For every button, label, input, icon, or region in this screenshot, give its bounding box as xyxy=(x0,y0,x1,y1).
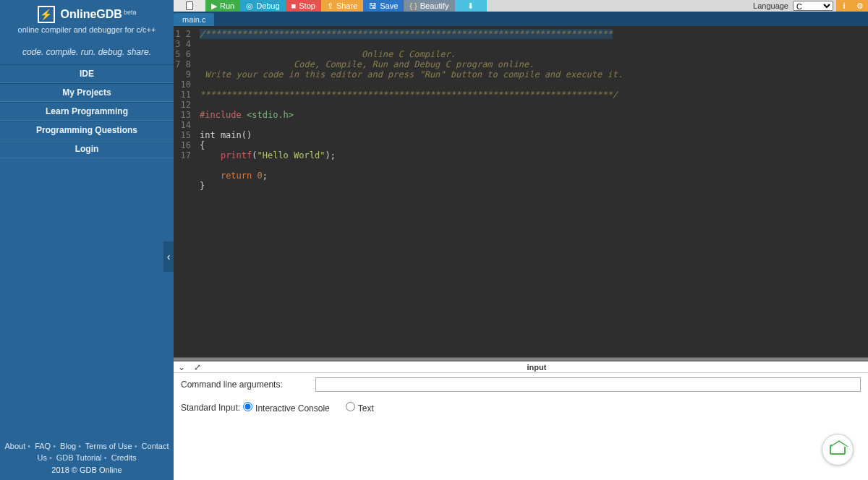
nav-my-projects[interactable]: My Projects xyxy=(0,83,174,102)
chevron-left-icon: ‹ xyxy=(167,251,171,262)
language-label: Language xyxy=(753,1,788,10)
stdin-text-radio[interactable] xyxy=(346,402,355,411)
footer-about[interactable]: About xyxy=(5,442,26,450)
app-title: OnlineGDBbeta xyxy=(61,8,137,21)
code-editor[interactable]: 1 2 3 4 5 6 7 8 9 10 11 12 13 14 15 16 1… xyxy=(174,26,868,357)
panel-title: input xyxy=(210,363,864,372)
envelope-icon xyxy=(830,445,846,455)
io-panel: ⌄ ⤢ input Command line arguments: Standa… xyxy=(174,361,868,480)
code-area[interactable]: /***************************************… xyxy=(195,26,868,357)
logo-block: ⚡ OnlineGDBbeta online compiler and debu… xyxy=(0,0,174,37)
share-button[interactable]: ⇪Share xyxy=(321,0,363,12)
sidebar: ⚡ OnlineGDBbeta online compiler and debu… xyxy=(0,0,174,480)
file-icon xyxy=(186,1,193,10)
braces-icon: { } xyxy=(409,0,417,12)
stop-icon: ■ xyxy=(292,0,297,12)
save-button[interactable]: 🖫Save xyxy=(363,0,404,12)
nav-questions[interactable]: Programming Questions xyxy=(0,121,174,140)
download-button[interactable]: ⬇ xyxy=(455,0,487,12)
panel-header: ⌄ ⤢ input xyxy=(174,361,868,373)
gear-icon: ⚙ xyxy=(856,0,864,12)
copyright: 2018 © GDB Online xyxy=(3,464,171,476)
info-icon: i xyxy=(843,0,845,12)
play-icon: ▶ xyxy=(211,0,217,12)
settings-button[interactable]: ⚙ xyxy=(852,0,868,12)
cli-args-label: Command line arguments: xyxy=(181,380,315,390)
footer-blog[interactable]: Blog xyxy=(60,442,76,450)
nav-list: IDE My Projects Learn Programming Progra… xyxy=(0,64,174,158)
run-button[interactable]: ▶Run xyxy=(205,0,240,12)
debug-button[interactable]: ◎Debug xyxy=(240,0,285,12)
share-icon: ⇪ xyxy=(327,0,333,12)
info-button[interactable]: i xyxy=(836,0,852,12)
toolbar: ▶Run ◎Debug ■Stop ⇪Share 🖫Save { }Beauti… xyxy=(174,0,868,12)
expand-icon[interactable]: ⤢ xyxy=(194,362,201,372)
target-icon: ◎ xyxy=(246,0,253,12)
footer-gdb-tutorial[interactable]: GDB Tutorial xyxy=(56,453,102,462)
download-icon: ⬇ xyxy=(467,0,474,12)
footer-credits[interactable]: Credits xyxy=(111,453,137,462)
collapse-sidebar-button[interactable]: ‹ xyxy=(163,241,174,272)
footer-terms[interactable]: Terms of Use xyxy=(85,442,132,450)
nav-login[interactable]: Login xyxy=(0,140,174,158)
app-subtitle: online compiler and debugger for c/c++ xyxy=(0,25,174,34)
file-tabs: main.c xyxy=(174,12,868,26)
stop-button[interactable]: ■Stop xyxy=(286,0,321,12)
stdin-interactive-option[interactable]: Interactive Console xyxy=(243,402,330,413)
footer-faq[interactable]: FAQ xyxy=(35,442,51,450)
language-selector: Language C xyxy=(750,0,836,12)
stdin-interactive-radio[interactable] xyxy=(243,402,252,411)
beautify-button[interactable]: { }Beautify xyxy=(404,0,454,12)
cli-args-input[interactable] xyxy=(315,377,861,392)
language-select[interactable]: C xyxy=(793,1,833,11)
stdin-text-option[interactable]: Text xyxy=(346,402,374,413)
stdin-label: Standard Input: xyxy=(181,403,240,413)
footer-links: About• FAQ• Blog• Terms of Use• Contact … xyxy=(0,436,174,481)
nav-learn[interactable]: Learn Programming xyxy=(0,102,174,121)
main-area: ▶Run ◎Debug ■Stop ⇪Share 🖫Save { }Beauti… xyxy=(174,0,868,480)
bolt-icon: ⚡ xyxy=(38,6,55,23)
save-icon: 🖫 xyxy=(369,0,377,12)
chevron-down-icon[interactable]: ⌄ xyxy=(178,362,185,372)
tab-main-c[interactable]: main.c xyxy=(174,13,214,26)
tagline: code. compile. run. debug. share. xyxy=(0,47,174,57)
feedback-button[interactable] xyxy=(822,434,854,466)
nav-ide[interactable]: IDE xyxy=(0,64,174,83)
line-gutter: 1 2 3 4 5 6 7 8 9 10 11 12 13 14 15 16 1… xyxy=(174,26,195,357)
new-file-button[interactable] xyxy=(174,0,205,12)
